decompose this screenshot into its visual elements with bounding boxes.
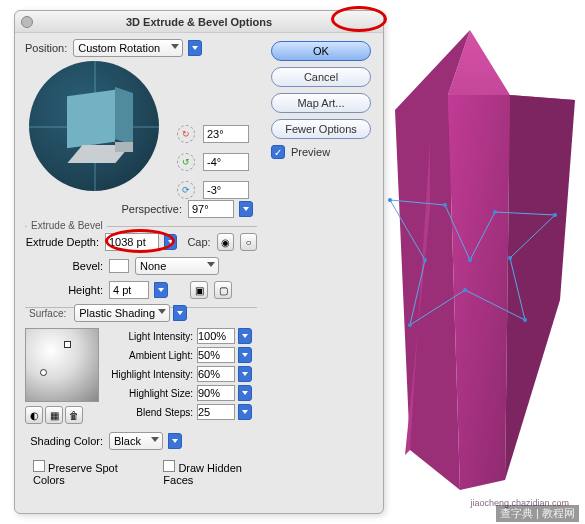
angle-x-input[interactable] — [203, 125, 249, 143]
hi-step[interactable] — [238, 366, 252, 382]
light-new-button[interactable]: ▦ — [45, 406, 63, 424]
amb-step[interactable] — [238, 347, 252, 363]
ambient-label: Ambient Light: — [107, 350, 193, 361]
light-point-2[interactable] — [40, 369, 47, 376]
depth-stepper[interactable] — [164, 234, 177, 250]
rotate-x-icon: ↻ — [177, 125, 195, 143]
rotation-preview[interactable] — [29, 61, 164, 196]
svg-point-12 — [463, 288, 467, 292]
position-dropdown[interactable]: Custom Rotation — [73, 39, 183, 57]
dialog-title: 3D Extrude & Bevel Options — [15, 11, 383, 33]
cancel-button[interactable]: Cancel — [271, 67, 371, 87]
cap-off-button[interactable]: ○ — [240, 233, 257, 251]
svg-point-13 — [408, 323, 412, 327]
light-back-button[interactable]: ◐ — [25, 406, 43, 424]
close-icon[interactable] — [21, 16, 33, 28]
surface-label: Surface: — [25, 308, 70, 319]
surface-dropdown[interactable]: Plastic Shading — [74, 304, 170, 322]
rotate-y-icon: ↺ — [177, 153, 195, 171]
height-label: Height: — [25, 284, 103, 296]
light-delete-button[interactable]: 🗑 — [65, 406, 83, 424]
ambient-input[interactable] — [197, 347, 235, 363]
cap-label: Cap: — [187, 236, 210, 248]
angle-y-input[interactable] — [203, 153, 249, 171]
surface-stepper[interactable] — [173, 305, 187, 321]
light-preview[interactable] — [25, 328, 99, 402]
highlight-int-label: Highlight Intensity: — [107, 369, 193, 380]
bevel-out-button[interactable]: ▢ — [214, 281, 232, 299]
highlight-size-input[interactable] — [197, 385, 235, 401]
bevel-preview — [109, 259, 129, 273]
bs-step[interactable] — [238, 404, 252, 420]
draw-hidden-checkbox[interactable]: Draw Hidden Faces — [163, 460, 257, 486]
svg-marker-3 — [505, 95, 575, 480]
svg-point-8 — [493, 210, 497, 214]
position-label: Position: — [25, 42, 67, 54]
shading-color-label: Shading Color: — [25, 435, 103, 447]
light-intensity-label: Light Intensity: — [107, 331, 193, 342]
svg-point-5 — [388, 198, 392, 202]
light-intensity-input[interactable] — [197, 328, 235, 344]
check-icon: ✓ — [271, 145, 285, 159]
svg-point-14 — [423, 258, 427, 262]
bevel-label: Bevel: — [25, 260, 103, 272]
watermark: 查字典 | 教程网 — [496, 505, 579, 522]
height-input[interactable] — [109, 281, 149, 299]
perspective-stepper[interactable] — [239, 201, 253, 217]
dropdown-arrow-icon[interactable] — [188, 40, 202, 56]
light-point-1[interactable] — [64, 341, 71, 348]
bevel-dropdown[interactable]: None — [135, 257, 219, 275]
blend-steps-label: Blend Steps: — [107, 407, 193, 418]
svg-point-10 — [508, 256, 512, 260]
blend-steps-input[interactable] — [197, 404, 235, 420]
ok-button[interactable]: OK — [271, 41, 371, 61]
depth-label: Extrude Depth: — [25, 236, 99, 248]
preserve-spot-checkbox[interactable]: Preserve Spot Colors — [33, 460, 133, 486]
angle-z-input[interactable] — [203, 181, 249, 199]
rotate-z-icon: ⟳ — [177, 181, 195, 199]
shading-color-dropdown[interactable]: Black — [109, 432, 163, 450]
map-art-button[interactable]: Map Art... — [271, 93, 371, 113]
svg-point-11 — [523, 318, 527, 322]
extrude-section-label: Extrude & Bevel — [27, 220, 107, 231]
depth-input[interactable] — [105, 233, 159, 251]
fewer-options-button[interactable]: Fewer Options — [271, 119, 371, 139]
highlight-size-label: Highlight Size: — [107, 388, 193, 399]
svg-point-7 — [468, 258, 472, 262]
dialog-3d-extrude: 3D Extrude & Bevel Options Position: Cus… — [14, 10, 384, 514]
sc-step[interactable] — [168, 433, 182, 449]
height-stepper[interactable] — [154, 282, 168, 298]
svg-point-9 — [553, 213, 557, 217]
svg-point-6 — [443, 203, 447, 207]
hs-step[interactable] — [238, 385, 252, 401]
preview-checkbox[interactable]: ✓ Preview — [271, 145, 369, 159]
perspective-label: Perspective: — [121, 203, 182, 215]
highlight-int-input[interactable] — [197, 366, 235, 382]
li-step[interactable] — [238, 328, 252, 344]
perspective-input[interactable] — [188, 200, 234, 218]
preview-label: Preview — [291, 146, 330, 158]
bevel-in-button[interactable]: ▣ — [190, 281, 208, 299]
cap-on-button[interactable]: ◉ — [217, 233, 234, 251]
